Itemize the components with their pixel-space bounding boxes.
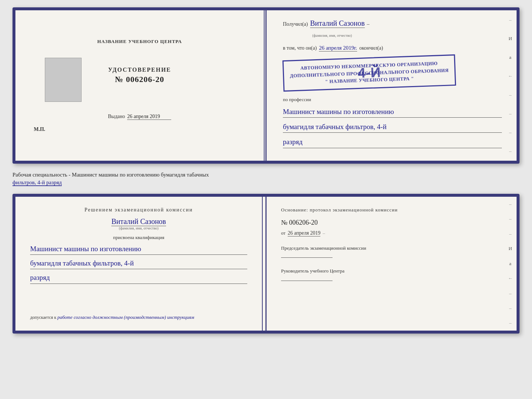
dopuskaetsya-value: работе согласно должностным (производств… [57,314,194,320]
top-booklet: НАЗВАНИЕ УЧЕБНОГО ЦЕНТРА УДОСТОВЕРЕНИЕ №… [12,7,520,164]
qualification-line1: Машинист машины по изготовлению [30,243,247,255]
bottom-booklet: Решением экзаменационной комиссии Витали… [12,194,520,334]
vtom-label: в том, что он(а) [283,45,317,51]
middle-specialty-label: Рабочая специальность - Машинист машины … [12,170,520,188]
rukovoditel-label: Руководитель учебного Центра [281,267,498,281]
rukovoditel-signature [281,281,332,281]
dopuskaetsya-label: допускается к [30,315,56,320]
top-left-page: НАЗВАНИЕ УЧЕБНОГО ЦЕНТРА УДОСТОВЕРЕНИЕ №… [15,10,265,161]
bottom-right-page: Основание: протокол экзаменационной коми… [263,197,517,331]
fio-label-top: (фамилия, имя, отчество) [312,33,352,38]
vidano-date: 26 апреля 2019 [127,114,171,120]
name-block-bottom: Виталий Сазонов (фамилия, имя, отчество) [30,217,247,230]
predsedatel-label: Председатель экзаменационной комиссии [281,245,498,258]
profession-line3: разряд [283,136,502,148]
learning-center-title: НАЗВАНИЕ УЧЕБНОГО ЦЕНТРА [97,39,182,44]
okonchil-label: окончил(а) [359,45,383,51]
recipient-name-bottom: Виталий Сазонов [111,217,166,226]
profession-line1: Машинист машины по изготовлению [283,106,502,118]
udost-label: УДОСТОВЕРЕНИЕ [108,67,171,73]
date-handwritten: 26 апреля 2019г. [319,45,357,51]
stamp-number: 4-й [357,62,381,84]
resheniem-title: Решением экзаменационной комиссии [30,207,247,213]
photo-placeholder [45,58,82,102]
po-professii-label: по профессии [283,97,502,103]
dopuskaetsya-block: допускается к работе согласно должностны… [30,314,247,320]
bottom-left-page: Решением экзаменационной комиссии Витали… [15,197,263,331]
poluchil-label: Получил(а) [283,21,308,27]
osnovanie-label: Основание: протокол экзаменационной коми… [281,207,498,213]
qualification-line2: бумагидля табачных фильтров, 4-й [30,258,247,269]
prisvoena-label: присвоена квалификация [30,235,247,241]
ot-date: 26 апреля 2019 [288,230,320,236]
fio-label-bottom: (фамилия, имя, отчество) [119,226,159,230]
side-decoration-top: – И а ← – – – – [507,10,514,161]
stamp: АВТОНОМНУЮ НЕКОММЕРЧЕСКУЮ ОРГАНИЗАЦИЮ ДО… [283,54,456,92]
vidano-label: Выдано [108,114,125,120]
protocol-number: № 006206-20 [281,219,498,227]
side-decoration-bottom: – – – И а ← – – – [507,197,514,331]
recipient-name-top: Виталий Сазонов [310,19,365,28]
ot-label: от [281,230,285,236]
mp-label: М.П. [34,127,45,132]
qualification-line3: разряд [30,272,247,284]
udost-number: № 006206-20 [115,75,164,84]
middle-text-prefix: Рабочая специальность - Машинист машины … [12,172,209,178]
predsedatel-signature [281,257,332,258]
profession-line2: бумагидля табачных фильтров, 4-й [283,121,502,133]
top-right-page: Получил(а) Виталий Сазонов – (фамилия, и… [265,10,517,161]
middle-text-underline: фильтров, 4-й разряд [12,179,62,186]
